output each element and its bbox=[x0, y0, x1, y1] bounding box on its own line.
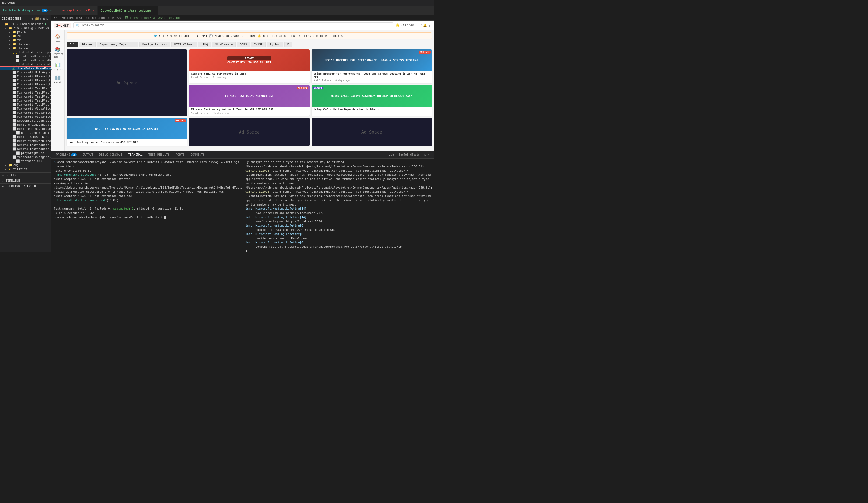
sidebar-nav-home[interactable]: 🏠 Home bbox=[52, 32, 64, 44]
rterm-line-10: info: Microsoft.Hosting.Lifetime[0] bbox=[246, 232, 432, 237]
tab-problems[interactable]: PROBLEMS15 bbox=[53, 152, 79, 157]
card-unit-testing[interactable]: WEB API UNIT TESTING HOSTED SERVICES IN … bbox=[67, 118, 187, 146]
tree-item-pt-br[interactable]: ▶ 📁 pt-BR bbox=[0, 30, 51, 34]
tree-item-playwright-dll[interactable]: ⬜ Microsoft.Playwright.dll bbox=[0, 74, 51, 78]
tree-item-vs-codecov[interactable]: ⬜ Microsoft.VisualStudio.CodeCoverage.Sh… bbox=[0, 107, 51, 111]
new-folder-icon[interactable]: 📁+ bbox=[35, 17, 42, 21]
tree-item-testplat-util[interactable]: ⬜ Microsoft.TestPlatform.Utilities.dll bbox=[0, 103, 51, 107]
tree-item-msbcl[interactable]: ⬜ Microsoft.Bcl.AsyncInterfaces.dll bbox=[0, 70, 51, 74]
card-cpp-native[interactable]: BLAZOR USING C/C++ NATIVE ASSEMBLY INTER… bbox=[312, 85, 432, 116]
tree-item-playwright-ta[interactable]: ⬜ Microsoft.Playwright.TestAdapter.dll bbox=[0, 83, 51, 86]
tree-item-testplat-plat[interactable]: ⬜ Microsoft.TestPlatform.PlatformAbstrac… bbox=[0, 98, 51, 103]
arrow-zh-hant: ▶ bbox=[9, 47, 12, 50]
cat-tab-python[interactable]: Python bbox=[267, 42, 283, 47]
tree-item-vs-testobj[interactable]: ⬜ Microsoft.VisualStudio.TestPlatform.Ob… bbox=[0, 115, 51, 119]
sidebar-nav-about[interactable]: ℹ️ About bbox=[52, 74, 64, 85]
cat-tab-oops[interactable]: OOPS bbox=[237, 42, 250, 47]
tab-close-1[interactable]: × bbox=[50, 9, 52, 12]
terminal-close-btn[interactable]: × bbox=[428, 153, 430, 157]
cat-tab-http[interactable]: HTTP Client bbox=[171, 42, 197, 47]
terminal-split-btn[interactable]: ⊟ bbox=[425, 153, 426, 157]
tree-item-newtonsoft[interactable]: ⬜ Newtonsoft.Json.dll bbox=[0, 119, 51, 123]
ad-space-2: Ad Space bbox=[189, 118, 309, 146]
tree-item-zh-hant[interactable]: ▶ 📁 zh-Hant bbox=[0, 46, 51, 50]
tree-label-testplat-core: Microsoft.TestPlatform.CoreUtilities.dll bbox=[17, 91, 51, 94]
card-nbomber[interactable]: WEB API USING NBOMBER FOR PERFORMANCE, L… bbox=[312, 50, 432, 83]
announce-bar[interactable]: 🐦 Click here to Join I ❤ .NET 💬 WhatsApp… bbox=[67, 32, 432, 40]
tree-item-nunit-api[interactable]: ⬜ nunit.engine.api.dll bbox=[0, 123, 51, 127]
dll-icon-nunit-api: ⬜ bbox=[12, 123, 16, 127]
tab-homepage[interactable]: HomePageTests.cs M × bbox=[55, 6, 98, 15]
tree-item-dll[interactable]: ⬜ EndToEndTests.dll bbox=[0, 54, 51, 58]
tree-item-nunit3-ta[interactable]: ⬜ NUnit3.TestAdapter.dll bbox=[0, 143, 51, 147]
sidebar-nav-learning-path[interactable]: 📚 Learning Path bbox=[52, 45, 64, 60]
search-input[interactable] bbox=[81, 23, 391, 27]
ad-space-3-label: Ad Space bbox=[361, 129, 382, 135]
card-html-pdf[interactable]: REPORT CONVERT HTML TO PDF IN .NET Conve… bbox=[189, 50, 309, 83]
tree-item-e2e[interactable]: ▾ 📂 E2E / EndToEndTests bbox=[0, 22, 51, 26]
web-search[interactable]: 🔍 bbox=[73, 22, 393, 28]
tree-item-nunit-core[interactable]: ⬜ nunit.engine.core.dll bbox=[0, 127, 51, 131]
tab-output[interactable]: OUTPUT bbox=[80, 152, 96, 157]
collapse-icon[interactable]: ⊟ bbox=[46, 17, 49, 21]
tree-item-tr[interactable]: ▶ 📁 tr bbox=[0, 38, 51, 42]
notification-icon[interactable]: 🔔 bbox=[423, 23, 427, 27]
tree-item-runtimeconfig[interactable]: { } EndToEndTests.runtimeconfig.json bbox=[0, 62, 51, 66]
tab-end-to-end[interactable]: EndToEndTesting.razor 9+ × bbox=[0, 6, 55, 15]
cat-tab-owasp[interactable]: OWASP bbox=[251, 42, 266, 47]
tab-comments[interactable]: COMMENTS bbox=[188, 152, 207, 157]
sidebar-nav-home-label: Home bbox=[55, 40, 61, 42]
tree-item-testplat-cross[interactable]: ⬜ Microsoft.TestPlatform.CrossPlatEngine… bbox=[0, 95, 51, 98]
new-file-icon[interactable]: □+ bbox=[29, 17, 34, 21]
tree-item-testplat-core[interactable]: ⬜ Microsoft.TestPlatform.CoreUtilities.d… bbox=[0, 91, 51, 95]
web-logo[interactable]: I ❤ .NET bbox=[54, 23, 71, 28]
sidebar-nav-analytics[interactable]: 📊 Analytics bbox=[52, 61, 64, 73]
tree-item-deps[interactable]: { } EndToEndTests.deps.json bbox=[0, 50, 51, 54]
tab-ports[interactable]: PORTS bbox=[173, 152, 187, 157]
tree-item-vs-testplat[interactable]: ⬜ Microsoft.VisualStudio.TestPlatform.Co… bbox=[0, 111, 51, 115]
tab-test-results[interactable]: TEST RESULTS bbox=[146, 152, 172, 157]
tab-debug-console[interactable]: DEBUG CONSOLE bbox=[96, 152, 125, 157]
cat-tab-blazor[interactable]: Blazor bbox=[79, 42, 96, 47]
terminal-add-btn[interactable]: + bbox=[421, 153, 423, 157]
tree-item-nunit-dll[interactable]: ⬜ nunit.engine.dll bbox=[0, 131, 51, 135]
tree-item-playwright-ps1[interactable]: ⬜ playwright.ps1 bbox=[0, 151, 51, 155]
terminal-right[interactable]: ly analyze the object's type so its memb… bbox=[242, 158, 434, 251]
tree-label-testplat-plat: Microsoft.TestPlatform.PlatformAbstracti… bbox=[17, 99, 51, 102]
dll-icon-newtonsoft: ⬜ bbox=[12, 119, 16, 123]
tree-item-bin[interactable]: ▾ 📂 bin / Debug / net9.0 bbox=[0, 26, 51, 30]
tree-item-testplat-comm[interactable]: ⬜ Microsoft.TestPlatform.CommunicationUt… bbox=[0, 86, 51, 91]
tree-item-zh-hans[interactable]: ▶ 📁 zh-Hans bbox=[0, 42, 51, 46]
cat-tab-di[interactable]: Dependency Injection bbox=[97, 42, 138, 47]
solution-explorer-section[interactable]: ⌄ SOLUTION EXPLORER bbox=[0, 183, 51, 189]
card-fitness[interactable]: WEB API FITNESS TEST USING NETARCHTEST F… bbox=[189, 85, 309, 116]
timeline-section[interactable]: ⌄ TIMELINE bbox=[0, 178, 51, 183]
announce-text: 🐦 Click here to Join I ❤ .NET 💬 WhatsApp… bbox=[154, 34, 345, 38]
terminal-left[interactable]: ◇ abdulrahmanshabeekmohamed@Abdul-ka-Mac… bbox=[51, 158, 242, 251]
tree-item-png[interactable]: 🖼 ILoveDotNetBrandAsserted.png bbox=[0, 66, 51, 70]
tree-item-testcentric[interactable]: ⬜ testcentric.engine.metadata.dll bbox=[0, 155, 51, 159]
card-title-unit: Unit Testing Hosted Services in ASP.NET … bbox=[69, 141, 185, 144]
refresh-icon[interactable]: ↻ bbox=[43, 17, 45, 21]
tree-item-obj[interactable]: ▶ 📁 obj bbox=[0, 163, 51, 167]
tab-close-2[interactable]: × bbox=[93, 9, 94, 12]
tab-close-3[interactable]: × bbox=[153, 9, 155, 12]
tree-item-nunit-leg[interactable]: ⬜ nunit.framework.legacy.dll bbox=[0, 139, 51, 143]
menu-dots-icon[interactable]: ⋮ bbox=[428, 23, 431, 27]
cat-tab-all[interactable]: All bbox=[67, 42, 78, 47]
tree-item-utilities[interactable]: ▶ ★ Utilities bbox=[0, 167, 51, 171]
cat-tab-middleware[interactable]: Middleware bbox=[212, 42, 236, 47]
tab-png[interactable]: ILoveDotNetBrandAsserted.png × bbox=[97, 6, 158, 15]
tree-item-ru[interactable]: ▶ 📁 ru bbox=[0, 34, 51, 38]
outline-section[interactable]: ⌄ OUTLINE bbox=[0, 172, 51, 178]
cat-tab-more[interactable]: B bbox=[285, 42, 292, 47]
cat-tab-linq[interactable]: LINQ bbox=[198, 42, 211, 47]
cat-tab-dp[interactable]: Design Pattern bbox=[139, 42, 170, 47]
tree-item-pdb[interactable]: ⬜ EndToEndTests.pdb bbox=[0, 58, 51, 62]
tree-item-playwright-nunit[interactable]: ⬜ Microsoft.Playwright.NUnit.dll bbox=[0, 78, 51, 83]
tree-item-testhost[interactable]: ⬜ testhost.dll bbox=[0, 159, 51, 163]
tree-item-nunit3-tapdb[interactable]: ⬜ NUnit3.TestAdapter.pdb bbox=[0, 147, 51, 151]
tab-terminal[interactable]: TERMINAL bbox=[126, 152, 145, 157]
folder-icon-obj: 📁 bbox=[9, 164, 12, 167]
tree-item-nunit-fw[interactable]: ⬜ nunit.framework.dll bbox=[0, 135, 51, 139]
